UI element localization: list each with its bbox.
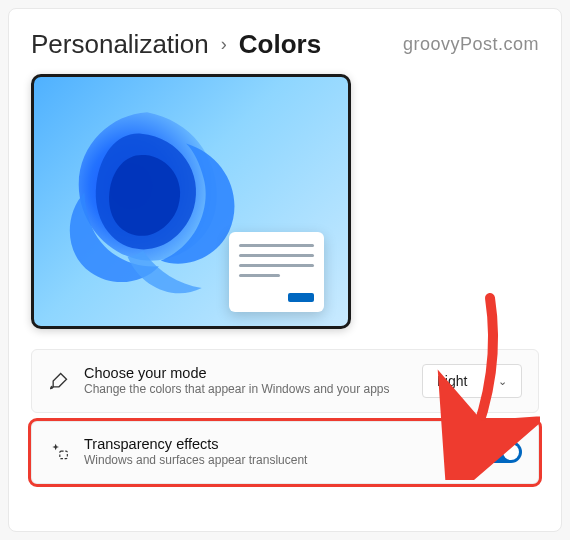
breadcrumb-parent[interactable]: Personalization	[31, 29, 209, 60]
preview-sample-window	[229, 232, 324, 312]
transparency-effects-row[interactable]: Transparency effects Windows and surface…	[31, 421, 539, 484]
accent-color-swatch	[288, 293, 314, 302]
transparency-subtitle: Windows and surfaces appear translucent	[84, 453, 435, 469]
header-row: Personalization › Colors groovyPost.com	[31, 29, 539, 60]
paintbrush-icon	[48, 371, 70, 391]
chevron-right-icon: ›	[221, 34, 227, 55]
svg-rect-0	[60, 451, 68, 459]
transparency-toggle-group: On	[449, 441, 522, 463]
breadcrumb-current: Colors	[239, 29, 321, 60]
chevron-down-icon: ⌄	[498, 375, 507, 388]
colors-settings-page: Personalization › Colors groovyPost.com	[8, 8, 562, 532]
mode-dropdown-value: Light	[437, 373, 467, 389]
breadcrumb: Personalization › Colors	[31, 29, 321, 60]
transparency-toggle[interactable]	[480, 441, 522, 463]
choose-mode-subtitle: Change the colors that appear in Windows…	[84, 382, 408, 398]
choose-mode-text: Choose your mode Change the colors that …	[84, 365, 408, 398]
toggle-knob	[503, 444, 519, 460]
theme-preview	[31, 74, 351, 329]
transparency-title: Transparency effects	[84, 436, 435, 452]
mode-dropdown[interactable]: Light ⌄	[422, 364, 522, 398]
watermark-text: groovyPost.com	[403, 34, 539, 55]
choose-mode-row[interactable]: Choose your mode Change the colors that …	[31, 349, 539, 413]
choose-mode-title: Choose your mode	[84, 365, 408, 381]
transparency-state-label: On	[449, 444, 468, 460]
transparency-text: Transparency effects Windows and surface…	[84, 436, 435, 469]
sparkle-icon	[48, 442, 70, 462]
